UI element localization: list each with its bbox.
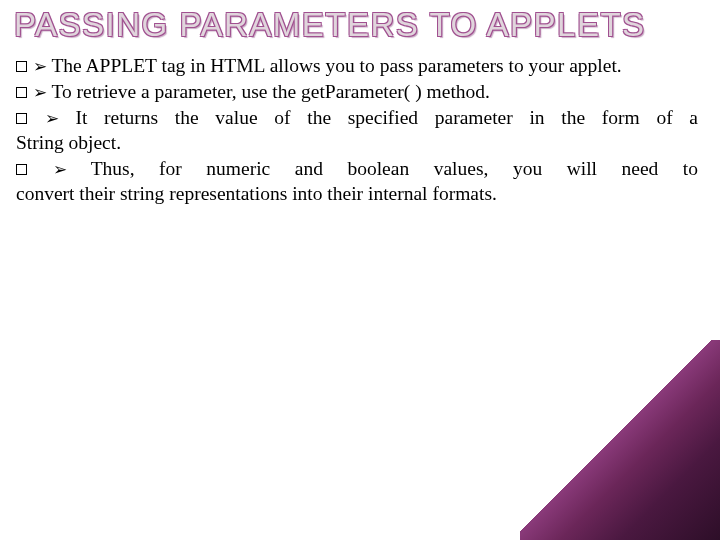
slide-body: ➢ The APPLET tag in HTML allows you to p… [0,52,720,207]
checkbox-icon [16,87,27,98]
bullet-text-line2: convert their string representations int… [16,183,497,204]
bullet-3: ➢ It returns the value of the specified … [16,106,698,156]
bullet-text: To retrieve a parameter, use the getPara… [51,81,490,102]
checkbox-icon [16,164,27,175]
arrow-icon: ➢ [33,56,47,78]
checkbox-icon [16,113,27,124]
arrow-icon: ➢ [33,82,47,104]
bullet-text-line1: It returns the value of the specified pa… [75,107,698,128]
arrow-icon: ➢ [53,159,67,181]
corner-decoration [520,340,720,540]
bullet-1: ➢ The APPLET tag in HTML allows you to p… [16,54,698,79]
bullet-text: The APPLET tag in HTML allows you to pas… [51,55,621,76]
slide-title: PASSING PARAMETERS TO APPLETS [0,0,720,52]
bullet-4: ➢ Thus, for numeric and boolean values, … [16,157,698,207]
bullet-text-line1: Thus, for numeric and boolean values, yo… [91,158,698,179]
arrow-icon: ➢ [45,108,59,130]
checkbox-icon [16,61,27,72]
bullet-text-line2: String object. [16,132,121,153]
bullet-2: ➢ To retrieve a parameter, use the getPa… [16,80,698,105]
